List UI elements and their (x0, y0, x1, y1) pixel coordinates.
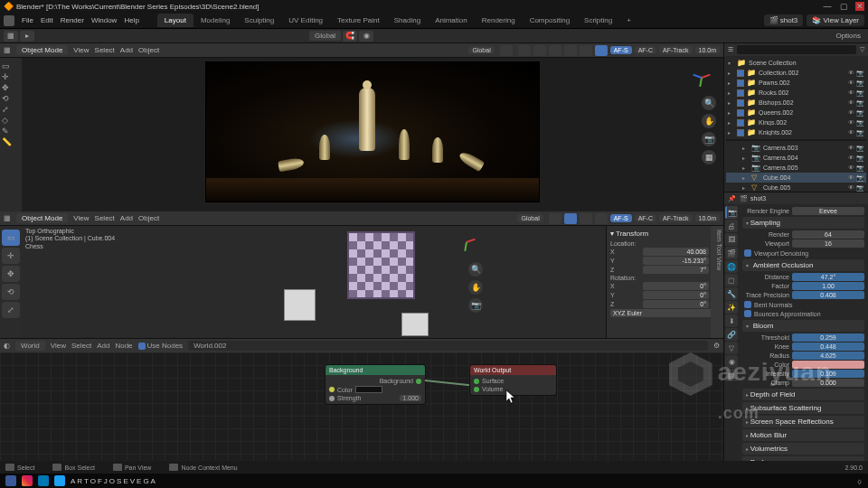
ao-trace[interactable]: 0.408 (792, 291, 864, 299)
annotate-tool[interactable]: ✎ (2, 127, 20, 136)
afc-chip[interactable]: AF-C (635, 46, 656, 54)
matprev-shading[interactable] (580, 45, 592, 56)
editor-type-button-2[interactable]: ▦ (4, 214, 11, 222)
ws-comp[interactable]: Compositing (523, 14, 577, 27)
snap-toggle-icon[interactable] (500, 45, 513, 56)
move-tool[interactable]: ✥ (2, 83, 20, 92)
facebook-icon[interactable] (5, 475, 16, 486)
transform-tool[interactable]: ◇ (2, 116, 20, 125)
scale-tool-2[interactable]: ⤢ (2, 302, 20, 318)
eye-icon[interactable]: 👁 (848, 164, 854, 172)
proportional-icon[interactable]: ◉ (359, 31, 373, 42)
menu-help[interactable]: Help (124, 16, 138, 24)
npanel-tabs[interactable]: Item Tool View (711, 226, 723, 338)
editor-type-shader-icon[interactable]: ◐ (4, 342, 10, 350)
eye-icon[interactable]: 👁 (848, 109, 854, 117)
bloom-section[interactable]: Bloom (742, 320, 864, 332)
orientation-dropdown[interactable]: Global (309, 31, 341, 41)
render-engine-dropdown[interactable]: Eevee (792, 207, 864, 215)
mode-dropdown[interactable]: Object Mode (16, 45, 68, 55)
viewlayer-props-tab[interactable]: 🖼 (725, 233, 738, 246)
orientation-chip-2[interactable]: Global (517, 214, 542, 222)
eye-icon[interactable]: 👁 (848, 184, 854, 192)
xray-toggle[interactable] (533, 45, 546, 56)
scene-props-tab[interactable]: 🎬 (725, 247, 738, 259)
collection-row[interactable]: ▸📁Collection.002👁📷 (726, 68, 866, 78)
close-button[interactable]: ✕ (855, 2, 864, 11)
collection-row[interactable]: ▸📁Kings.002👁📷 (726, 117, 866, 127)
viewport2-canvas[interactable]: Top Orthographic (1) Scene Collection | … (22, 226, 606, 338)
bloom-clamp[interactable]: 0.000 (792, 379, 864, 387)
world-props-tab[interactable]: 🌐 (725, 260, 738, 273)
snap-icon[interactable]: 🧲 (343, 31, 357, 42)
viewport-denoising-check[interactable]: Viewport Denoising (742, 249, 864, 258)
texture-props-tab[interactable]: ▦ (725, 369, 738, 381)
object-props-tab[interactable]: ▢ (725, 274, 738, 286)
render-icon[interactable]: 📷 (856, 70, 864, 77)
render-icon[interactable]: 📷 (856, 164, 864, 172)
outliner[interactable]: ▾📁Scene Collection ▸📁Collection.002👁📷 ▸📁… (724, 56, 868, 192)
viewport-3d-bottom[interactable]: ▭ ✛ ✥ ⟲ ⤢ Top Orthographic (1) Scene Col… (0, 226, 723, 338)
rot-x[interactable]: 0° (643, 282, 709, 290)
maximize-button[interactable]: ▢ (839, 2, 848, 11)
hdr-add[interactable]: Add (120, 46, 133, 54)
linkedin-icon[interactable] (38, 475, 49, 486)
loc-y[interactable]: -15.233° (643, 257, 709, 265)
afs-chip[interactable]: AF-S (610, 46, 632, 54)
output-socket[interactable] (416, 379, 421, 384)
volume-socket[interactable] (474, 387, 479, 392)
ao-distance[interactable]: 47.2° (792, 273, 864, 281)
ws-sculpting[interactable]: Sculpting (237, 14, 281, 27)
ws-uv[interactable]: UV Editing (281, 14, 330, 27)
rotate-tool-2[interactable]: ⟲ (2, 284, 20, 300)
hdr-object[interactable]: Object (138, 46, 159, 54)
render-icon[interactable]: 📷 (856, 145, 864, 152)
sss-section[interactable]: Subsurface Scattering (742, 402, 864, 414)
af-dist[interactable]: 10.0m (695, 46, 720, 54)
af-dist-2[interactable]: 10.0m (695, 214, 720, 222)
ws-layout[interactable]: Layout (157, 14, 193, 27)
rendered-shading[interactable] (595, 45, 608, 56)
solid-shading[interactable] (564, 45, 577, 56)
scene-selector[interactable]: 🎬 shot3 (764, 14, 804, 26)
loc-x[interactable]: 40.008 (643, 248, 709, 256)
mode-dropdown-2[interactable]: Object Mode (16, 213, 68, 223)
hdr2-object[interactable]: Object (138, 214, 159, 222)
eye-icon[interactable]: 👁 (848, 174, 854, 182)
cursor-tool-2[interactable]: ✛ (2, 248, 20, 264)
scene-collection-row[interactable]: ▾📁Scene Collection (726, 58, 866, 68)
rot-mode[interactable]: XYZ Euler (610, 309, 720, 317)
twitter-icon[interactable] (54, 475, 65, 486)
bloom-intensity[interactable]: 0.109 (792, 370, 864, 378)
data-props-tab[interactable]: ▽ (725, 342, 738, 354)
ws-script[interactable]: Scripting (577, 14, 619, 27)
select-box-tool[interactable]: ▭ (2, 61, 20, 70)
world-slot[interactable]: World.002 (188, 341, 708, 351)
hdr2-select[interactable]: Select (95, 214, 115, 222)
outliner-search[interactable] (737, 45, 856, 54)
render-props-tab[interactable]: 📷 (725, 206, 738, 219)
af-track-chip[interactable]: AF-Track (659, 46, 693, 54)
eye-icon[interactable]: 👁 (848, 155, 854, 162)
viewport1-canvas[interactable]: 🔍 ✋ 📷 ▦ (22, 58, 723, 211)
collection-row[interactable]: ▸📁Pawns.002👁📷 (726, 78, 866, 88)
options-dropdown[interactable]: Options (832, 32, 864, 40)
viewport-samples[interactable]: 16 (792, 239, 864, 248)
nav-gizmo[interactable] (689, 65, 714, 90)
ws-anim[interactable]: Animation (428, 14, 475, 27)
ws-texture[interactable]: Texture Paint (330, 14, 387, 27)
pan-icon-2[interactable]: ✋ (468, 280, 483, 295)
view-layer-selector[interactable]: 📚 View Layer (807, 14, 864, 26)
overlay-toggle[interactable] (518, 45, 531, 56)
minimize-button[interactable]: — (823, 2, 832, 11)
af-track-chip-2[interactable]: AF-Track (659, 214, 693, 222)
eye-icon[interactable]: 👁 (848, 80, 854, 87)
hdr2-view[interactable]: View (73, 214, 89, 222)
strength-value[interactable]: 1.000 (400, 395, 421, 401)
sh-add[interactable]: Add (97, 342, 109, 350)
sampling-section[interactable]: Sampling (742, 217, 864, 229)
camera-row[interactable]: ▸📷Camera.004👁📷 (726, 153, 866, 163)
wireframe-shading-2[interactable] (549, 213, 561, 224)
render-icon[interactable]: 📷 (856, 184, 864, 192)
afs-chip-2[interactable]: AF-S (610, 214, 632, 222)
